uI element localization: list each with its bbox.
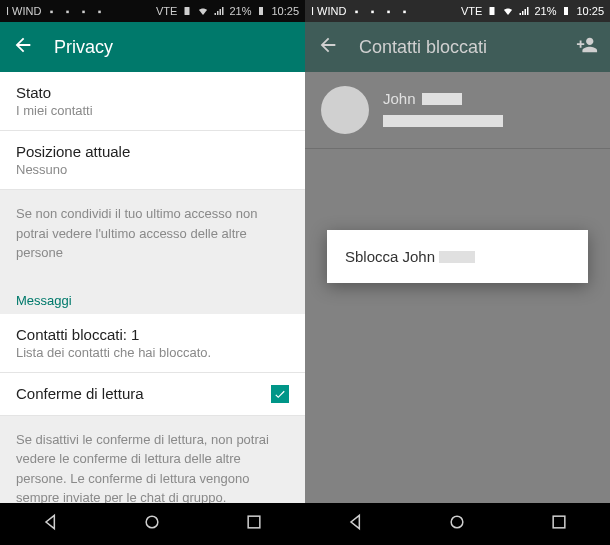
vte-label: VTE [156,5,177,17]
blocked-contact-row[interactable]: John [305,72,610,149]
unblock-menu-item[interactable]: Sblocca John [345,248,570,265]
read-receipts-row[interactable]: Conferme di lettura [0,373,305,416]
android-navbar [0,503,305,545]
android-navbar [305,503,610,545]
checkbox-checked-icon[interactable] [271,385,289,403]
notification-icon: ▪ [382,5,394,17]
notification-icon: ▪ [366,5,378,17]
page-title: Privacy [54,37,113,58]
nav-recent-button[interactable] [244,512,264,536]
svg-rect-1 [259,7,263,15]
nav-recent-button[interactable] [549,512,569,536]
nav-back-button[interactable] [346,512,366,536]
stato-value: I miei contatti [16,103,289,118]
privacy-settings-screen: I WIND ▪ ▪ ▪ ▪ VTE 21% 10:25 Privacy [0,0,305,545]
read-receipts-info: Se disattivi le conferme di lettura, non… [0,416,305,504]
add-contact-button[interactable] [576,34,598,60]
svg-point-2 [147,516,159,528]
stato-row[interactable]: Stato I miei contatti [0,72,305,131]
notification-icon: ▪ [350,5,362,17]
vibrate-icon [181,5,193,17]
last-seen-info: Se non condividi il tuo ultimo accesso n… [0,190,305,277]
signal-icon [518,5,530,17]
posizione-row[interactable]: Posizione attuale Nessuno [0,131,305,190]
redacted-text [439,251,475,263]
read-receipts-label: Conferme di lettura [16,385,144,402]
contact-name: John [383,90,416,107]
signal-icon [213,5,225,17]
notification-icon: ▪ [93,5,105,17]
posizione-label: Posizione attuale [16,143,289,160]
notification-icon: ▪ [61,5,73,17]
svg-rect-3 [248,516,260,528]
blocked-label: Contatti bloccati: 1 [16,326,289,343]
svg-point-6 [452,516,464,528]
status-bar: I WIND ▪ ▪ ▪ ▪ VTE 21% 10:25 [305,0,610,22]
settings-list: Stato I miei contatti Posizione attuale … [0,72,305,503]
battery-icon [560,5,572,17]
notification-icon: ▪ [45,5,57,17]
redacted-text [383,115,503,127]
notification-icon: ▪ [77,5,89,17]
section-messaggi: Messaggi [0,277,305,314]
svg-rect-7 [553,516,565,528]
page-title: Contatti bloccati [359,37,487,58]
back-button[interactable] [12,34,34,60]
context-menu: Sblocca John [327,230,588,283]
blocked-contacts-row[interactable]: Contatti bloccati: 1 Lista dei contatti … [0,314,305,373]
battery-pct: 21% [534,5,556,17]
svg-rect-4 [490,7,495,15]
posizione-value: Nessuno [16,162,289,177]
blocked-sub: Lista dei contatti che hai bloccato. [16,345,289,360]
vibrate-icon [486,5,498,17]
redacted-text [422,93,462,105]
battery-pct: 21% [229,5,251,17]
app-bar: Contatti bloccati [305,22,610,72]
vte-label: VTE [461,5,482,17]
notification-icon: ▪ [398,5,410,17]
stato-label: Stato [16,84,289,101]
blocked-contacts-screen: I WIND ▪ ▪ ▪ ▪ VTE 21% 10:25 Contatti bl… [305,0,610,545]
svg-rect-5 [564,7,568,15]
back-button[interactable] [317,34,339,60]
clock-label: 10:25 [576,5,604,17]
carrier-label: I WIND [311,5,346,17]
wifi-icon [502,5,514,17]
nav-home-button[interactable] [447,512,467,536]
battery-icon [255,5,267,17]
carrier-label: I WIND [6,5,41,17]
clock-label: 10:25 [271,5,299,17]
app-bar: Privacy [0,22,305,72]
status-bar: I WIND ▪ ▪ ▪ ▪ VTE 21% 10:25 [0,0,305,22]
unblock-label: Sblocca John [345,248,435,265]
svg-rect-0 [185,7,190,15]
avatar [321,86,369,134]
wifi-icon [197,5,209,17]
nav-back-button[interactable] [41,512,61,536]
nav-home-button[interactable] [142,512,162,536]
